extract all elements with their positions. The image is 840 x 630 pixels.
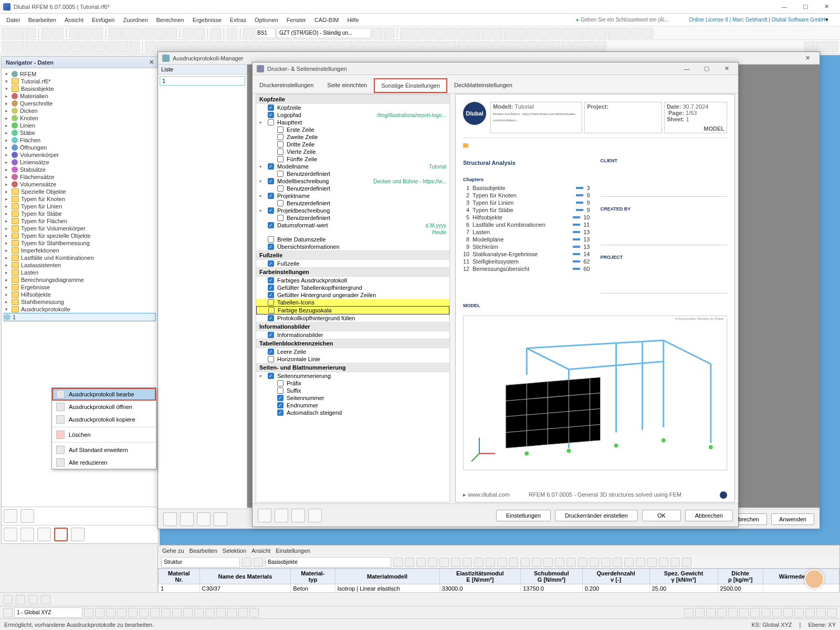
navigator-close-icon[interactable]: ✕ <box>149 59 154 66</box>
tb2b-14-icon[interactable] <box>307 41 318 52</box>
table-cell[interactable]: 13750.0 <box>521 584 583 593</box>
st-btn-3-icon[interactable] <box>117 608 127 617</box>
tb-bolt-icon[interactable] <box>227 28 237 38</box>
maximize-button[interactable]: ▢ <box>795 1 816 13</box>
cb-uebersicht[interactable]: ✓ <box>268 244 274 250</box>
st-rbtn-1-icon[interactable] <box>695 608 705 617</box>
tbl-btn-2-icon[interactable] <box>439 558 449 567</box>
table-header[interactable]: SchubmodulG [N/mm²] <box>521 569 583 584</box>
cb-modellbeschr[interactable]: ✓ <box>268 178 274 184</box>
pset-copy-icon[interactable] <box>308 509 322 522</box>
tmenu-gehe[interactable]: Gehe zu <box>162 548 184 554</box>
tb-misc-13-icon[interactable] <box>550 28 561 38</box>
table-combo1[interactable]: Struktur <box>161 557 240 568</box>
cb-z4[interactable] <box>277 149 284 155</box>
ctx-copy-report[interactable]: Ausdruckprotokoll kopiere <box>52 413 156 426</box>
tprev2-icon[interactable] <box>393 558 403 567</box>
nav-btn2-icon[interactable] <box>20 509 34 523</box>
table-header[interactable]: Materialmodell <box>335 569 439 584</box>
tb2-11-icon[interactable] <box>129 41 140 52</box>
tbl-btn-10-icon[interactable] <box>532 558 541 567</box>
cb-projektname[interactable]: ✓ <box>268 193 274 199</box>
cb-suffix[interactable] <box>277 387 284 394</box>
st-rbtn-6-icon[interactable] <box>750 608 760 617</box>
pset-raender-button[interactable]: Druckerränder einstellen <box>555 510 638 521</box>
tb2b-7-icon[interactable] <box>226 41 237 52</box>
pmgr-export-icon[interactable] <box>197 512 211 526</box>
st-rbtn-7-icon[interactable] <box>761 608 771 617</box>
sv-path-icon[interactable] <box>41 595 50 604</box>
tbl-btn-11-icon[interactable] <box>543 558 553 567</box>
st-rbtn-0-icon[interactable] <box>684 608 694 617</box>
tbl-btn-23-icon[interactable] <box>682 558 691 567</box>
tb2-1-icon[interactable] <box>14 41 24 52</box>
tb2b-6-icon[interactable] <box>215 41 225 52</box>
tree-rest-12[interactable]: Berechnungsdiagramme <box>21 277 84 283</box>
tb2-2-icon[interactable] <box>25 41 36 52</box>
menu-datei[interactable]: Datei <box>2 15 24 25</box>
table-cell[interactable]: 25.00 <box>649 584 718 593</box>
cb-z2[interactable] <box>277 134 284 140</box>
tree-proto-1[interactable]: 1 <box>13 314 16 320</box>
tb-cut-icon[interactable] <box>92 28 103 38</box>
table-cell[interactable]: 0.200 <box>582 584 649 593</box>
tb2-3-icon[interactable] <box>37 41 47 52</box>
tmenu-ansicht[interactable]: Ansicht <box>251 548 270 554</box>
tb-misc-14-icon[interactable] <box>562 28 572 38</box>
tree-basis[interactable]: Basisobjekte <box>21 86 54 92</box>
bs-combo[interactable]: BS1 <box>255 28 276 38</box>
tb2b-0-icon[interactable] <box>145 41 156 52</box>
cb-z3[interactable] <box>277 141 284 148</box>
tbl-btn-14-icon[interactable] <box>578 558 587 567</box>
tb-render-icon[interactable] <box>183 28 193 38</box>
support-avatar-icon[interactable] <box>804 569 824 589</box>
tb-view1-icon[interactable] <box>109 28 119 38</box>
ctx-collapse[interactable]: Alle reduzieren <box>52 456 156 469</box>
st-btn-7-icon[interactable] <box>161 608 171 617</box>
tb2b-17-icon[interactable] <box>342 41 352 52</box>
tb2-0-icon[interactable] <box>2 41 13 52</box>
menu-dropdown-button[interactable]: ▾ <box>825 16 838 23</box>
tb2b-36-icon[interactable] <box>561 41 572 52</box>
tmenu-einstellungen[interactable]: Einstellungen <box>276 548 310 554</box>
tab-deckblatt[interactable]: Deckblatteinstellungen <box>447 78 519 93</box>
tree-basis-8[interactable]: Volumenkörper <box>20 152 59 158</box>
tb2b-22-icon[interactable] <box>400 41 410 52</box>
tb2b-32-icon[interactable] <box>515 41 526 52</box>
tb2b-19-icon[interactable] <box>365 41 375 52</box>
table-header[interactable]: Dichteρ [kg/m³] <box>718 569 763 584</box>
tb2b-24-icon[interactable] <box>423 41 433 52</box>
grp-kopfzeile[interactable]: Kopfzeile <box>259 96 285 102</box>
cb-benutzer3[interactable] <box>277 200 284 206</box>
cb-haupttext[interactable] <box>268 119 274 125</box>
tb-view3-icon[interactable] <box>132 28 142 38</box>
pmgr-config-icon[interactable] <box>214 512 227 526</box>
cb-fusszeile[interactable]: ✓ <box>268 260 274 267</box>
st-btn-9-icon[interactable] <box>183 608 193 617</box>
tb2b-33-icon[interactable] <box>527 41 537 52</box>
tb2b-2-icon[interactable] <box>169 41 179 52</box>
cb-info[interactable]: ✓ <box>268 332 274 338</box>
st-rbtn-4-icon[interactable] <box>728 608 738 617</box>
tbl-btn-20-icon[interactable] <box>647 558 657 567</box>
tb2b-11-icon[interactable] <box>272 41 283 52</box>
tb-grid-icon[interactable] <box>194 28 205 38</box>
tbl-btn-17-icon[interactable] <box>613 558 622 567</box>
tmenu-selektion[interactable]: Selektion <box>223 548 246 554</box>
st-rbtn-13-icon[interactable] <box>827 608 837 617</box>
tb2-7-icon[interactable] <box>83 41 93 52</box>
tbl-btn-21-icon[interactable] <box>659 558 668 567</box>
tb2b-23-icon[interactable] <box>411 41 422 52</box>
tb-redo-icon[interactable] <box>53 28 64 38</box>
tbl-btn-1-icon[interactable] <box>428 558 437 567</box>
close-button[interactable]: ✕ <box>816 1 837 13</box>
pset-close-icon[interactable]: ✕ <box>719 65 734 72</box>
tmenu-bearbeiten[interactable]: Bearbeiten <box>190 548 217 554</box>
tb-misc-2-icon[interactable] <box>423 28 434 38</box>
tb-misc-5-icon[interactable] <box>458 28 468 38</box>
table-cell[interactable]: 1 <box>159 584 200 593</box>
tree-rest-6[interactable]: Typen für spezielle Objekte <box>21 233 91 239</box>
tb2-max-icon[interactable] <box>816 41 826 52</box>
tbl-btn-19-icon[interactable] <box>636 558 645 567</box>
cb-kopfzeile[interactable]: ✓ <box>268 104 274 111</box>
